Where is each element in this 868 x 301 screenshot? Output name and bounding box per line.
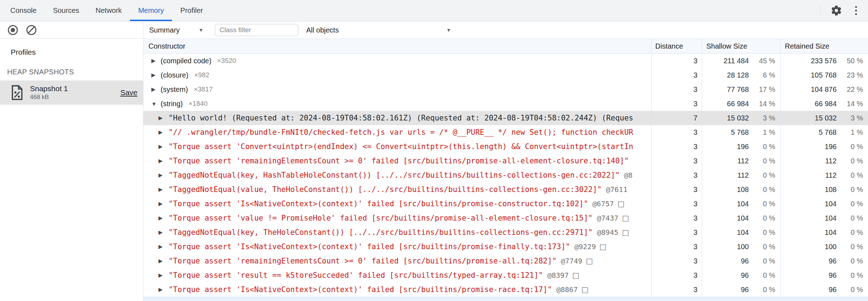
constructor-row[interactable]: ▶ "Torque assert 'Is<NativeContext>(cont… <box>143 240 868 254</box>
tab-network[interactable]: Network <box>87 0 130 21</box>
disclosure-triangle-icon[interactable]: ▶ <box>151 72 159 78</box>
tab-profiler[interactable]: Profiler <box>172 0 211 21</box>
disclosure-triangle-icon[interactable]: ▶ <box>158 143 166 150</box>
retained-size-cell: 1080 % <box>781 182 868 197</box>
column-header-retained-size[interactable]: Retained Size <box>781 39 868 53</box>
retained-size-cell: 5 7681 % <box>781 125 868 139</box>
constructor-row[interactable]: ▶ "Torque assert 'remainingElementsCount… <box>143 154 868 168</box>
distance-cell: 3 <box>652 54 702 68</box>
retained-size-cell: 960 % <box>781 282 868 297</box>
disclosure-triangle-icon[interactable]: ▶ <box>158 272 166 278</box>
object-id: @8867 <box>556 285 578 294</box>
distance-cell: 3 <box>652 268 702 282</box>
constructor-row[interactable]: ▶ (system) ×3817 3 77 76817 % 104 87622 … <box>143 82 868 97</box>
distance-cell: 7 <box>652 111 702 125</box>
instance-count: ×3817 <box>194 85 213 93</box>
disclosure-triangle-icon[interactable]: ▼ <box>151 101 159 107</box>
object-id: @6757 <box>592 199 614 208</box>
constructor-row[interactable]: ▶ "Torque assert 'value != PromiseHole' … <box>143 211 868 225</box>
shallow-size-cell: 211 48445 % <box>702 54 781 68</box>
tab-console[interactable]: Console <box>2 0 45 21</box>
constructor-row[interactable]: ▶ "Torque assert 'Is<NativeContext>(cont… <box>143 197 868 211</box>
snapshot-item[interactable]: Snapshot 1 468 kB Save <box>0 80 143 105</box>
instance-count: ×1840 <box>188 100 207 108</box>
perspective-select[interactable]: Summary ▼ <box>149 26 203 34</box>
string-value: "Torque assert 'Is<NativeContext>(contex… <box>168 199 588 208</box>
disclosure-triangle-icon[interactable]: ▶ <box>158 215 166 221</box>
clear-profiles-icon[interactable] <box>26 25 36 35</box>
constructor-grid: ▶ (compiled code) ×3520 3 211 48445 % 23… <box>143 54 868 297</box>
constructor-row[interactable]: ▶ "Torque assert 'Convert<uintptr>(endIn… <box>143 139 868 154</box>
settings-gear-icon[interactable] <box>831 5 842 16</box>
disclosure-triangle-icon[interactable]: ▶ <box>158 243 166 250</box>
string-value: "Torque assert 'value != PromiseHole' fa… <box>168 214 592 222</box>
tab-sources[interactable]: Sources <box>45 0 87 21</box>
constructor-row[interactable]: ▶ (compiled code) ×3520 3 211 48445 % 23… <box>143 54 868 68</box>
distance-cell: 3 <box>652 211 702 225</box>
string-value: "Torque assert 'result == kStoreSucceded… <box>168 271 543 280</box>
more-options-kebab-icon[interactable] <box>852 6 859 15</box>
disclosure-triangle-icon[interactable]: ▶ <box>158 201 166 207</box>
instance-count: ×982 <box>194 71 210 79</box>
snapshot-size: 468 kB <box>30 94 68 101</box>
disclosure-triangle-icon[interactable]: ▶ <box>158 229 166 236</box>
toolbar-divider <box>820 5 821 16</box>
constructor-name: (system) <box>161 85 188 94</box>
constructor-row[interactable]: ▶ "TaggedNotEqual(key, HashTableHoleCons… <box>143 168 868 182</box>
retained-size-cell: 1000 % <box>781 240 868 254</box>
devtools-body: Profiles HEAP SNAPSHOTS Snapshot 1 468 k… <box>0 21 868 301</box>
class-filter-input[interactable] <box>215 24 298 36</box>
constructor-row[interactable]: ▶ "Hello world! (Requested at: 2024-08-1… <box>143 111 868 125</box>
disclosure-triangle-icon[interactable]: ▶ <box>158 258 166 264</box>
constructor-name: (string) <box>161 100 183 108</box>
disclosure-triangle-icon[interactable]: ▶ <box>158 172 166 178</box>
constructor-row[interactable]: ▶ "TaggedNotEqual(value, TheHoleConstant… <box>143 182 868 197</box>
distance-cell: 3 <box>652 82 702 97</box>
disclosure-triangle-icon[interactable]: ▶ <box>151 86 159 93</box>
tabbar-right-controls <box>820 0 868 21</box>
disclosure-triangle-icon[interactable]: ▶ <box>158 286 166 293</box>
missing-glyph-box-icon: □ <box>622 228 629 237</box>
shallow-size-cell: 15 0323 % <box>702 111 781 125</box>
shallow-size-cell: 960 % <box>702 282 781 297</box>
string-value: "TaggedNotEqual(value, TheHoleConstant()… <box>168 185 602 194</box>
string-value: "Torque assert 'Is<NativeContext>(contex… <box>168 285 552 294</box>
snapshot-save-link[interactable]: Save <box>120 88 137 97</box>
retained-size-cell: 960 % <box>781 254 868 268</box>
object-scope-select[interactable]: All objects ▼ <box>306 26 451 34</box>
constructor-row[interactable]: ▼ (string) ×1840 3 66 98414 % 66 98414 % <box>143 97 868 111</box>
disclosure-triangle-icon[interactable]: ▶ <box>158 158 166 164</box>
constructor-row[interactable]: ▶ "Torque assert 'Is<NativeContext>(cont… <box>143 282 868 297</box>
distance-cell: 3 <box>652 168 702 182</box>
retainers-pane-edge <box>143 297 868 301</box>
disclosure-triangle-icon[interactable]: ▶ <box>151 58 159 64</box>
distance-cell: 3 <box>652 125 702 139</box>
constructor-row[interactable]: ▶ "TaggedNotEqual(key, TheHoleConstant()… <box>143 225 868 240</box>
retained-size-cell: 1120 % <box>781 154 868 168</box>
constructor-row[interactable]: ▶ "Torque assert 'result == kStoreSucced… <box>143 268 868 282</box>
tab-strip: Console Sources Network Memory Profiler <box>2 0 211 21</box>
object-id: @9229 <box>574 242 596 251</box>
column-header-shallow-size[interactable]: Shallow Size <box>702 39 781 53</box>
heap-snapshots-section-title: HEAP SNAPSHOTS <box>7 68 143 76</box>
string-value: "Torque assert 'Convert<uintptr>(endInde… <box>168 142 633 151</box>
disclosure-triangle-icon[interactable]: ▶ <box>158 129 166 135</box>
retained-size-cell: 15 0323 % <box>781 111 868 125</box>
constructor-row[interactable]: ▶ "Torque assert 'remainingElementsCount… <box>143 254 868 268</box>
shallow-size-cell: 1040 % <box>702 225 781 240</box>
string-value: "TaggedNotEqual(key, TheHoleConstant()) … <box>168 228 592 237</box>
distance-cell: 3 <box>652 282 702 297</box>
disclosure-triangle-icon[interactable]: ▶ <box>158 115 166 121</box>
column-header-constructor[interactable]: Constructor <box>143 39 652 53</box>
missing-glyph-box-icon: □ <box>617 199 625 208</box>
snapshot-name: Snapshot 1 <box>30 84 68 93</box>
tab-memory[interactable]: Memory <box>130 0 172 21</box>
missing-glyph-box-icon: □ <box>572 271 580 280</box>
distance-cell: 3 <box>652 154 702 168</box>
object-id: @8397 <box>547 271 569 280</box>
constructor-row[interactable]: ▶ "// .wrangler/tmp/bundle-FmNIt0/checke… <box>143 125 868 139</box>
record-heap-snapshot-icon[interactable] <box>8 25 18 35</box>
constructor-row[interactable]: ▶ (closure) ×982 3 28 1286 % 105 76823 % <box>143 68 868 82</box>
column-header-distance[interactable]: Distance <box>652 39 702 53</box>
disclosure-triangle-icon[interactable]: ▶ <box>158 186 166 193</box>
